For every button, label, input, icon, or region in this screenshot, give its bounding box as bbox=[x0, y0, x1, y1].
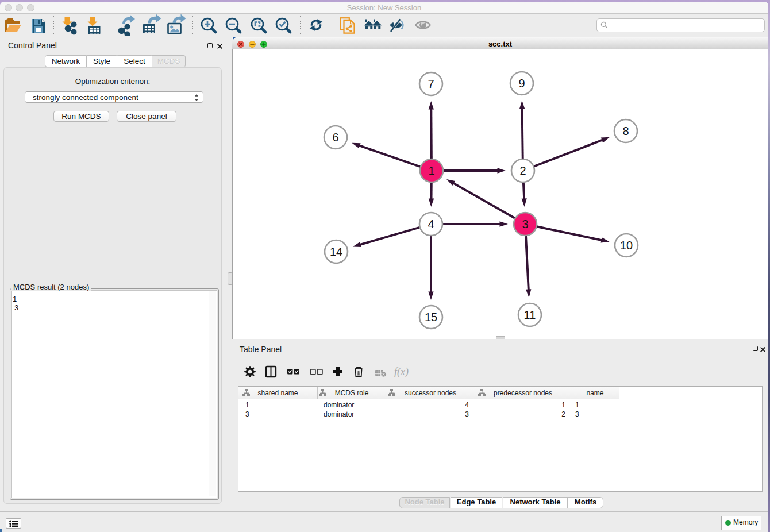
svg-text:8: 8 bbox=[622, 125, 629, 137]
svg-text:15: 15 bbox=[425, 311, 437, 323]
svg-text:1: 1 bbox=[428, 164, 434, 177]
svg-text:7: 7 bbox=[428, 78, 434, 90]
svg-text:2: 2 bbox=[519, 164, 526, 177]
svg-text:10: 10 bbox=[620, 239, 633, 252]
svg-text:3: 3 bbox=[522, 218, 528, 230]
svg-text:4: 4 bbox=[428, 218, 434, 230]
svg-text:11: 11 bbox=[524, 309, 536, 321]
svg-text:f(x): f(x) bbox=[394, 366, 409, 378]
svg-text:6: 6 bbox=[332, 131, 338, 144]
svg-text:14: 14 bbox=[330, 245, 342, 258]
svg-text:9: 9 bbox=[518, 77, 525, 90]
